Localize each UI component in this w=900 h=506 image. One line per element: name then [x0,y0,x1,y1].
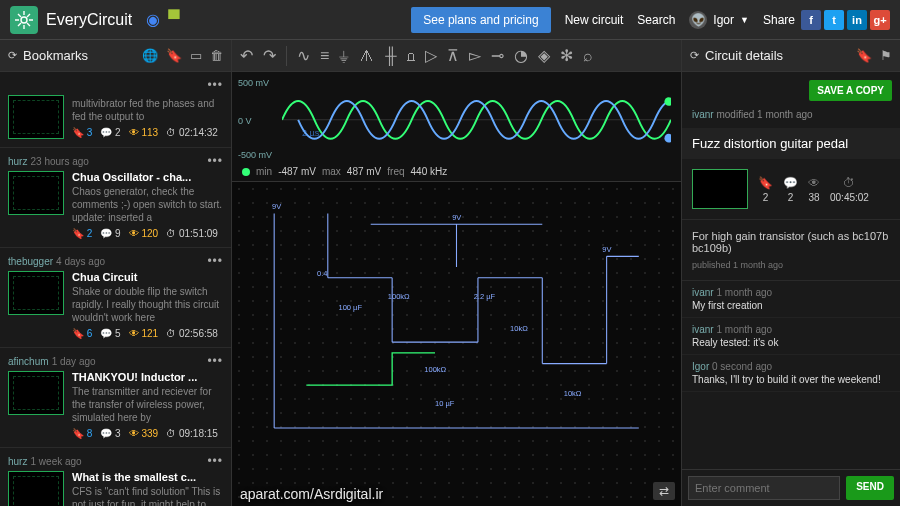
svg-point-2 [664,97,670,106]
opamp-icon[interactable]: ▻ [469,46,481,65]
svg-text:9V: 9V [602,245,611,254]
more-icon[interactable]: ••• [207,454,223,468]
bookmarks-title: Bookmarks [23,48,142,63]
details-title: Circuit details [705,48,856,63]
feed-card[interactable]: thebugger 4 days ago••• Chua CircuitShak… [0,248,231,348]
googleplus-icon[interactable]: g+ [870,10,890,30]
top-bar: EveryCircuit ◉ ▀ See plans and pricing N… [0,0,900,40]
logo-icon[interactable] [10,6,38,34]
led-icon[interactable]: ◈ [538,46,550,65]
scope-y-mid: 0 V [238,116,252,126]
comment-list[interactable]: ivanr 1 month agoMy first creationivanr … [682,281,900,469]
card-thumb [8,271,64,315]
plans-button[interactable]: See plans and pricing [411,7,550,33]
capacitor-icon[interactable]: ╫ [385,47,396,65]
card-thumb [8,171,64,215]
svg-text:100 µF: 100 µF [339,303,363,312]
schematic-svg: 9V9V9V 0.4100 µF 100kΩ2.2 µF 100kΩ10kΩ 1… [242,192,671,471]
chrome-icon[interactable]: ◉ [146,10,160,29]
source-ac-icon[interactable]: ∿ [297,46,310,65]
speaker-icon[interactable]: ⌕ [583,47,593,65]
svg-text:9V: 9V [272,202,281,211]
schematic-canvas[interactable]: 9V9V9V 0.4100 µF 100kΩ2.2 µF 100kΩ10kΩ 1… [232,182,681,506]
comment-input[interactable] [688,476,840,500]
trash-icon[interactable]: 🗑 [210,48,223,63]
svg-text:10 µF: 10 µF [435,399,455,408]
waveform [282,82,671,158]
circuit-meta: ivanr modified 1 month ago [682,109,900,128]
bookmark-icon[interactable]: 🔖 [856,48,872,63]
social-icons: f t in g+ [801,10,890,30]
refresh-icon[interactable]: ⟳ [8,49,17,62]
details-header: ⟳ Circuit details 🔖 ⚑ [682,40,900,72]
svg-text:0.4: 0.4 [317,269,327,278]
twitter-icon[interactable]: t [824,10,844,30]
new-circuit-link[interactable]: New circuit [565,13,624,27]
switch-icon[interactable]: ⊸ [491,46,504,65]
facebook-icon[interactable]: f [801,10,821,30]
comment: ivanr 1 month agoRealy tested: it's ok [682,318,900,355]
oscilloscope[interactable]: 500 mV 0 V -500 mV 2 µs min-487 mV max48… [232,72,681,182]
bookmark-icon[interactable]: 🔖 [166,48,182,63]
scope-y-lo: -500 mV [238,150,272,160]
brand-title: EveryCircuit [46,11,132,29]
swap-icon[interactable]: ⇄ [653,482,675,500]
book-icon[interactable]: ▭ [190,48,202,63]
undo-icon[interactable]: ↶ [240,46,253,65]
platform-icons: ◉ ▀ [146,10,187,29]
source-dc-icon[interactable]: ≡ [320,47,329,65]
bookmarks-header: ⟳ Bookmarks 🌐 🔖 ▭ 🗑 [0,40,231,72]
feed-card[interactable]: ••• multivibrator fed the phases and fed… [0,72,231,148]
more-icon[interactable]: ••• [207,78,223,92]
user-chip[interactable]: 👽 Igor ▼ [689,11,749,29]
comment-compose: SEND [682,469,900,506]
card-title: THANKYOU! Inductor ... [72,371,223,383]
android-icon[interactable]: ▀ [168,10,179,29]
sidebar-right: ⟳ Circuit details 🔖 ⚑ SAVE A COPY ivanr … [682,40,900,506]
svg-text:10kΩ: 10kΩ [510,324,528,333]
comment: Igor 0 second agoThanks, I'll try to bui… [682,355,900,392]
svg-point-0 [21,17,27,23]
feed-card[interactable]: afinchum 1 day ago••• THANKYOU! Inductor… [0,348,231,448]
center-panel: ↶ ↷ ∿ ≡ ⏚ ⩚ ╫ ⩍ ▷ ⊼ ▻ ⊸ ◔ ◈ ✻ ⌕ 500 mV 0… [232,40,682,506]
component-toolbar: ↶ ↷ ∿ ≡ ⏚ ⩚ ╫ ⩍ ▷ ⊼ ▻ ⊸ ◔ ◈ ✻ ⌕ [232,40,681,72]
feed-list[interactable]: ••• multivibrator fed the phases and fed… [0,72,231,506]
send-button[interactable]: SEND [846,476,894,500]
lamp-icon[interactable]: ✻ [560,46,573,65]
ground-icon[interactable]: ⏚ [339,47,349,65]
card-title: What is the smallest c... [72,471,223,483]
more-icon[interactable]: ••• [207,254,223,268]
meter-icon[interactable]: ◔ [514,46,528,65]
feed-card[interactable]: hurz 23 hours ago••• Chua Oscillator - c… [0,148,231,248]
resistor-icon[interactable]: ⩚ [359,47,375,65]
scope-y-hi: 500 mV [238,78,269,88]
transistor-icon[interactable]: ⊼ [447,46,459,65]
svg-text:10kΩ: 10kΩ [564,389,582,398]
flag-icon[interactable]: ⚑ [880,48,892,63]
card-thumb [8,471,64,506]
inductor-icon[interactable]: ⩍ [407,47,415,65]
user-name: Igor [713,13,734,27]
avatar-icon: 👽 [689,11,707,29]
svg-text:9V: 9V [452,213,461,222]
circuit-stats-row: 🔖2 💬2 👁38 ⏱00:45:02 [682,159,900,220]
search-link[interactable]: Search [637,13,675,27]
feed-card[interactable]: hurz 1 week ago••• What is the smallest … [0,448,231,506]
circuit-thumb [692,169,748,209]
svg-point-3 [664,134,670,143]
refresh-icon[interactable]: ⟳ [690,49,699,62]
linkedin-icon[interactable]: in [847,10,867,30]
card-title: Chua Oscillator - cha... [72,171,223,183]
save-copy-button[interactable]: SAVE A COPY [809,80,892,101]
more-icon[interactable]: ••• [207,154,223,168]
redo-icon[interactable]: ↷ [263,46,276,65]
card-thumb [8,371,64,415]
svg-text:2.2 µF: 2.2 µF [474,292,496,301]
circuit-desc: For high gain transistor (such as bc107b… [682,220,900,281]
card-title: Chua Circuit [72,271,223,283]
svg-text:100kΩ: 100kΩ [424,365,446,374]
circuit-title: Fuzz distortion guitar pedal [682,128,900,159]
globe-icon[interactable]: 🌐 [142,48,158,63]
diode-icon[interactable]: ▷ [425,46,437,65]
more-icon[interactable]: ••• [207,354,223,368]
